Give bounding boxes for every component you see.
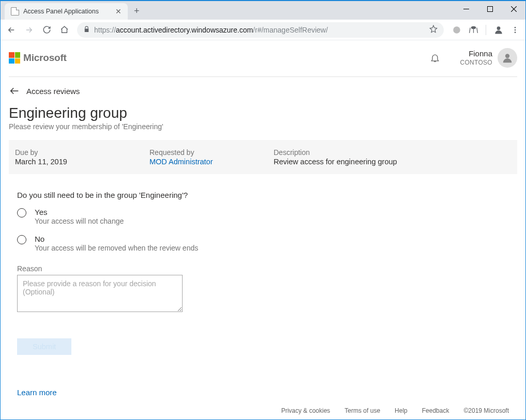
page-title: Engineering group [9, 105, 517, 121]
radio-icon [17, 208, 26, 217]
notifications-button[interactable] [425, 48, 445, 68]
svg-point-7 [505, 54, 509, 58]
radio-hint: Your access will be removed when the rev… [35, 244, 198, 252]
radio-hint: Your access will not change [35, 217, 124, 225]
lock-icon [83, 26, 90, 34]
svg-point-3 [497, 26, 501, 30]
page-content: Microsoft Fionna CONTOSO Access reviews [1, 40, 525, 419]
browser-tab[interactable]: Access Panel Applications ✕ [5, 3, 128, 20]
learn-more-link[interactable]: Learn more [17, 388, 57, 397]
reason-label: Reason [17, 265, 517, 273]
review-question: Do you still need to be in the group 'En… [17, 191, 517, 199]
reason-textarea[interactable] [17, 275, 183, 312]
page-header: Microsoft Fionna CONTOSO [9, 40, 517, 77]
extension-icon[interactable] [452, 25, 461, 35]
address-bar[interactable]: https://account.activedirectory.windowsa… [77, 22, 444, 38]
footer-feedback-link[interactable]: Feedback [422, 407, 449, 414]
tab-strip: Access Panel Applications ✕ + [1, 1, 146, 20]
home-button[interactable] [56, 22, 72, 38]
page-footer: Privacy & cookies Terms of use Help Feed… [9, 404, 517, 419]
extension-icon[interactable] [469, 25, 478, 35]
description-value: Review access for engineering group [274, 158, 511, 166]
bookmark-star-icon[interactable] [429, 25, 438, 35]
footer-privacy-link[interactable]: Privacy & cookies [281, 407, 330, 414]
radio-option-yes[interactable]: Yes Your access will not change [17, 208, 517, 225]
submit-button[interactable]: Submit [17, 338, 71, 355]
user-menu[interactable]: Fionna CONTOSO [460, 48, 517, 68]
breadcrumb-label: Access reviews [26, 87, 80, 96]
avatar-icon [498, 48, 517, 68]
footer-help-link[interactable]: Help [395, 407, 408, 414]
window-controls [454, 1, 525, 17]
footer-copyright: ©2019 Microsoft [463, 407, 509, 414]
review-metadata: Due by March 11, 2019 Requested by MOD A… [9, 140, 517, 174]
extension-icons [449, 25, 522, 35]
reason-section: Reason [17, 265, 517, 314]
browser-chrome: Access Panel Applications ✕ + [1, 1, 525, 40]
svg-point-2 [471, 26, 476, 29]
microsoft-logo-icon [9, 52, 20, 64]
requested-by-link[interactable]: MOD Administrator [149, 158, 253, 166]
description-label: Description [274, 148, 511, 157]
footer-terms-link[interactable]: Terms of use [344, 407, 380, 414]
page-subtitle: Please review your membership of 'Engine… [9, 122, 517, 131]
due-by-value: March 11, 2019 [15, 158, 129, 166]
tab-close-icon[interactable]: ✕ [114, 7, 123, 15]
user-org: CONTOSO [460, 59, 492, 67]
reload-button[interactable] [39, 22, 54, 38]
divider [486, 25, 486, 35]
forward-button[interactable] [21, 22, 37, 38]
microsoft-logo[interactable]: Microsoft [9, 52, 67, 64]
requested-by-label: Requested by [149, 148, 253, 157]
user-name: Fionna [460, 49, 492, 59]
new-tab-button[interactable]: + [128, 3, 146, 20]
brand-text: Microsoft [23, 52, 67, 64]
window-minimize-button[interactable] [454, 1, 478, 17]
window-maximize-button[interactable] [478, 1, 502, 17]
svg-rect-0 [487, 6, 492, 11]
tab-title: Access Panel Applications [23, 8, 110, 15]
url-text: https://account.activedirectory.windowsa… [94, 26, 425, 34]
viewport: Microsoft Fionna CONTOSO Access reviews [1, 40, 525, 419]
svg-point-5 [515, 29, 516, 30]
svg-point-1 [453, 26, 460, 34]
radio-label: No [35, 235, 198, 243]
browser-menu-icon[interactable] [511, 26, 519, 34]
toolbar: https://account.activedirectory.windowsa… [1, 20, 525, 40]
window-close-button[interactable] [502, 1, 525, 17]
radio-icon [17, 235, 26, 244]
profile-icon[interactable] [493, 25, 504, 35]
radio-label: Yes [35, 208, 124, 216]
back-arrow-icon[interactable] [9, 85, 20, 97]
titlebar: Access Panel Applications ✕ + [1, 1, 525, 20]
svg-point-4 [515, 27, 516, 28]
back-button[interactable] [4, 22, 19, 38]
due-by-label: Due by [15, 148, 129, 157]
svg-point-6 [515, 32, 516, 33]
breadcrumb[interactable]: Access reviews [9, 77, 517, 102]
radio-option-no[interactable]: No Your access will be removed when the … [17, 235, 517, 252]
page-icon [11, 7, 19, 15]
